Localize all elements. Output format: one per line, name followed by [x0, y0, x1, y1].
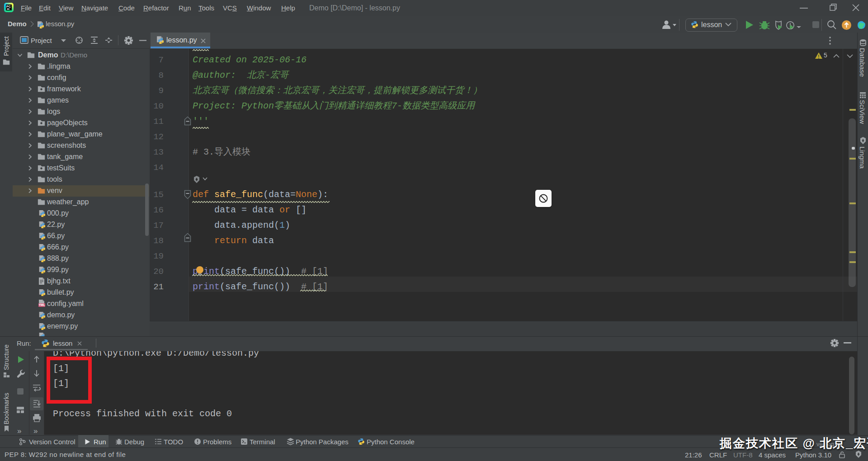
svg-text:YML: YML [39, 303, 45, 306]
